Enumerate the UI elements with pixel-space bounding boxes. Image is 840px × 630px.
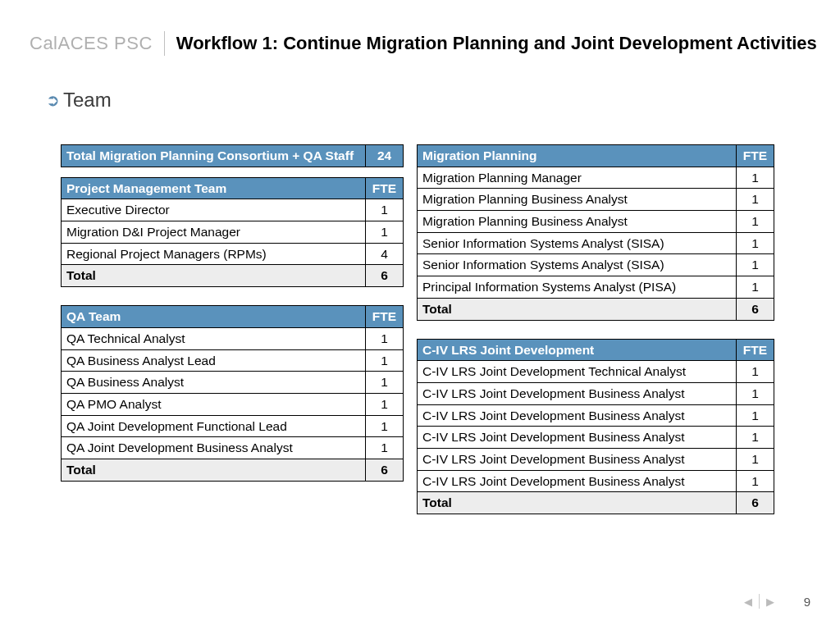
table-row: Executive Director1 [62,199,404,221]
role-cell: C-IV LRS Joint Development Business Anal… [418,427,737,449]
left-column: Total Migration Planning Consortium + QA… [61,144,404,532]
fte-cell: 1 [366,372,404,394]
table-row: Migration Planning Business Analyst1 [418,211,774,233]
role-cell: Regional Project Managers (RPMs) [62,243,366,265]
fte-header: FTE [737,145,774,167]
civ-joint-development-table: C-IV LRS Joint Development FTE C-IV LRS … [417,339,774,515]
fte-cell: 1 [737,470,774,492]
table-row: C-IV LRS Joint Development Business Anal… [418,382,774,404]
fte-header: FTE [366,177,404,199]
role-cell: QA Technical Analyst [62,327,366,349]
fte-cell: 1 [366,437,404,459]
fte-cell: 1 [366,393,404,415]
table-row: QA Business Analyst1 [62,372,404,394]
total-label: Total [418,492,737,514]
prev-slide-icon[interactable]: ◀ [744,596,752,608]
arrow-right-icon: ➲ [46,90,60,110]
fte-cell: 1 [737,361,774,383]
tables-area: Total Migration Planning Consortium + QA… [0,112,840,532]
table-row: Senior Information Systems Analyst (SISA… [418,232,774,254]
header-divider [164,31,165,56]
role-cell: QA PMO Analyst [62,393,366,415]
fte-cell: 1 [737,276,774,299]
fte-cell: 1 [366,199,404,221]
total-label: Total [62,459,366,481]
total-value: 6 [366,459,404,481]
section-heading-text: Team [63,89,112,112]
role-cell: QA Joint Development Business Analyst [62,437,366,459]
right-column: Migration Planning FTE Migration Plannin… [417,144,774,532]
slide-title: Workflow 1: Continue Migration Planning … [176,33,817,54]
role-cell: C-IV LRS Joint Development Business Anal… [418,404,737,427]
role-cell: Migration D&I Project Manager [62,221,366,244]
migration-planning-table: Migration Planning FTE Migration Plannin… [417,144,774,321]
role-cell: Executive Director [62,199,366,221]
total-value: 6 [366,265,404,287]
table-row: Migration Planning Business Analyst1 [418,189,774,211]
role-cell: Migration Planning Manager [418,167,737,189]
page-number: 9 [804,595,810,609]
fte-cell: 1 [737,254,774,276]
fte-cell: 1 [737,232,774,254]
summary-label: Total Migration Planning Consortium + QA… [62,145,366,167]
table-row: C-IV LRS Joint Development Business Anal… [418,448,774,470]
total-label: Total [62,265,366,287]
summary-table: Total Migration Planning Consortium + QA… [61,144,404,167]
table-title: C-IV LRS Joint Development [418,339,737,361]
fte-cell: 1 [366,349,404,372]
fte-cell: 1 [737,167,774,189]
table-title: Migration Planning [418,145,737,167]
fte-cell: 1 [737,189,774,211]
role-cell: C-IV LRS Joint Development Business Anal… [418,448,737,470]
role-cell: Principal Information Systems Analyst (P… [418,276,737,299]
total-label: Total [418,298,737,320]
role-cell: Senior Information Systems Analyst (SISA… [418,254,737,276]
table-row: Regional Project Managers (RPMs)4 [62,243,404,265]
total-value: 6 [737,492,774,514]
qa-team-table: QA Team FTE QA Technical Analyst1QA Busi… [61,305,404,482]
table-row: QA Joint Development Business Analyst1 [62,437,404,459]
fte-header: FTE [366,306,404,328]
total-value: 6 [737,298,774,320]
table-row: Senior Information Systems Analyst (SISA… [418,254,774,276]
table-title: Project Management Team [62,177,366,199]
fte-cell: 1 [737,448,774,470]
footer-divider [759,594,760,609]
table-row: Migration D&I Project Manager1 [62,221,404,244]
fte-cell: 1 [737,382,774,404]
table-title: QA Team [62,306,366,328]
fte-cell: 4 [366,243,404,265]
table-row: C-IV LRS Joint Development Business Anal… [418,470,774,492]
brand-text: CalACES PSC [30,33,153,54]
table-row: QA PMO Analyst1 [62,393,404,415]
role-cell: C-IV LRS Joint Development Business Anal… [418,382,737,404]
table-row: Principal Information Systems Analyst (P… [418,276,774,299]
slide-footer: ◀ ▶ 9 [744,594,810,609]
fte-cell: 1 [366,415,404,437]
role-cell: Migration Planning Business Analyst [418,211,737,233]
table-row: QA Business Analyst Lead1 [62,349,404,372]
role-cell: QA Business Analyst Lead [62,349,366,372]
fte-cell: 1 [366,221,404,244]
fte-cell: 1 [366,327,404,349]
fte-cell: 1 [737,404,774,427]
role-cell: C-IV LRS Joint Development Business Anal… [418,470,737,492]
table-row: C-IV LRS Joint Development Business Anal… [418,404,774,427]
project-management-team-table: Project Management Team FTE Executive Di… [61,177,404,287]
role-cell: QA Joint Development Functional Lead [62,415,366,437]
fte-cell: 1 [737,427,774,449]
role-cell: QA Business Analyst [62,372,366,394]
table-row: C-IV LRS Joint Development Business Anal… [418,427,774,449]
fte-header: FTE [737,339,774,361]
role-cell: C-IV LRS Joint Development Technical Ana… [418,361,737,383]
table-row: C-IV LRS Joint Development Technical Ana… [418,361,774,383]
role-cell: Migration Planning Business Analyst [418,189,737,211]
table-row: QA Joint Development Functional Lead1 [62,415,404,437]
table-row: QA Technical Analyst1 [62,327,404,349]
summary-value: 24 [366,145,404,167]
next-slide-icon[interactable]: ▶ [766,596,774,608]
role-cell: Senior Information Systems Analyst (SISA… [418,232,737,254]
fte-cell: 1 [737,211,774,233]
slide-header: CalACES PSC Workflow 1: Continue Migrati… [0,0,840,56]
table-row: Migration Planning Manager1 [418,167,774,189]
